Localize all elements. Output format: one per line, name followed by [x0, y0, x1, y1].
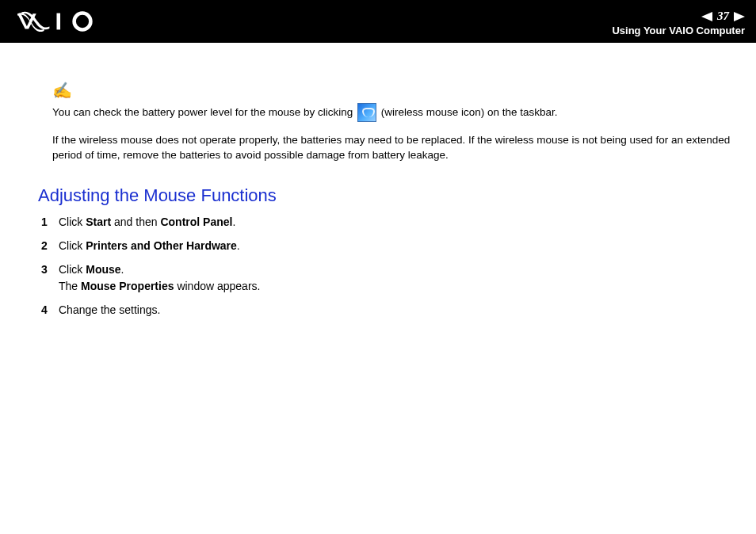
next-page-arrow-icon[interactable] — [734, 12, 745, 21]
svg-marker-4 — [734, 12, 745, 21]
step-3: Click Mouse. The Mouse Properties window… — [41, 261, 737, 294]
header-right: 37 Using Your VAIO Computer — [612, 6, 745, 36]
page-navigator: 37 — [701, 10, 745, 23]
step-1: Click Start and then Control Panel. — [41, 214, 737, 230]
note-line-2: If the wireless mouse does not operate p… — [52, 133, 737, 163]
note-text-post: (wireless mouse icon) on the taskbar. — [378, 106, 558, 118]
header-section-title: Using Your VAIO Computer — [612, 25, 745, 36]
section-title: Adjusting the Mouse Functions — [38, 185, 737, 206]
svg-rect-0 — [57, 13, 61, 30]
page-content: ✍ You can check the battery power level … — [0, 43, 756, 318]
header-bar: 37 Using Your VAIO Computer — [0, 0, 756, 43]
step-4: Change the settings. — [41, 302, 737, 318]
note-block: ✍ You can check the battery power level … — [40, 81, 737, 163]
note-line-1: You can check the battery power level fo… — [52, 103, 737, 122]
note-pencil-icon: ✍ — [52, 81, 72, 100]
wireless-mouse-icon — [357, 103, 376, 122]
note-text-pre: You can check the battery power level fo… — [52, 106, 356, 118]
vaio-logo — [17, 11, 105, 32]
prev-page-arrow-icon[interactable] — [701, 12, 712, 21]
svg-marker-3 — [701, 12, 712, 21]
steps-list: Click Start and then Control Panel. Clic… — [40, 214, 737, 318]
page-number: 37 — [717, 10, 729, 23]
step-2: Click Printers and Other Hardware. — [41, 238, 737, 254]
